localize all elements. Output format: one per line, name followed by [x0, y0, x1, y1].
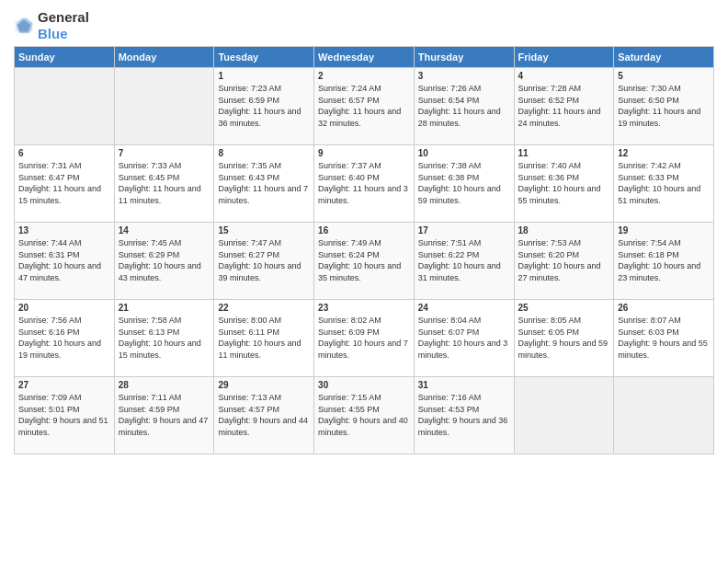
day-info: Sunrise: 7:49 AMSunset: 6:24 PMDaylight:… — [318, 238, 401, 282]
day-info: Sunrise: 7:28 AMSunset: 6:52 PMDaylight:… — [518, 84, 601, 128]
day-number: 4 — [518, 71, 610, 81]
calendar-cell-w2-d3: 9Sunrise: 7:37 AMSunset: 6:40 PMDaylight… — [314, 145, 415, 223]
day-info: Sunrise: 7:54 AMSunset: 6:18 PMDaylight:… — [618, 238, 700, 282]
calendar-cell-w2-d0: 6Sunrise: 7:31 AMSunset: 6:47 PMDaylight… — [15, 145, 115, 223]
calendar-cell-w5-d1: 28Sunrise: 7:11 AMSunset: 4:59 PMDayligh… — [114, 377, 214, 454]
calendar-cell-w2-d2: 8Sunrise: 7:35 AMSunset: 6:43 PMDaylight… — [214, 145, 314, 223]
calendar-cell-w3-d2: 15Sunrise: 7:47 AMSunset: 6:27 PMDayligh… — [214, 223, 314, 300]
header-row: General Blue — [14, 9, 714, 42]
day-number: 24 — [418, 303, 510, 313]
day-number: 27 — [18, 380, 110, 390]
day-number: 14 — [119, 225, 210, 236]
day-info: Sunrise: 7:24 AMSunset: 6:57 PMDaylight:… — [318, 84, 401, 128]
weekday-header-tuesday: Tuesday — [214, 47, 314, 68]
day-info: Sunrise: 8:04 AMSunset: 6:07 PMDaylight:… — [418, 316, 508, 360]
calendar-cell-w2-d1: 7Sunrise: 7:33 AMSunset: 6:45 PMDaylight… — [114, 145, 214, 223]
day-number: 2 — [318, 71, 410, 81]
calendar-week-1: 1Sunrise: 7:23 AMSunset: 6:59 PMDaylight… — [15, 68, 714, 145]
day-info: Sunrise: 7:58 AMSunset: 6:13 PMDaylight:… — [119, 316, 201, 360]
day-info: Sunrise: 8:00 AMSunset: 6:11 PMDaylight:… — [218, 316, 301, 360]
day-number: 22 — [218, 303, 310, 313]
day-number: 25 — [518, 303, 610, 313]
calendar-cell-w4-d3: 23Sunrise: 8:02 AMSunset: 6:09 PMDayligh… — [314, 300, 415, 377]
day-info: Sunrise: 7:56 AMSunset: 6:16 PMDaylight:… — [18, 316, 101, 360]
calendar-cell-w3-d4: 17Sunrise: 7:51 AMSunset: 6:22 PMDayligh… — [414, 223, 514, 300]
logo-general: General — [38, 9, 89, 25]
day-number: 7 — [119, 148, 210, 158]
day-number: 17 — [418, 225, 510, 236]
calendar-cell-w1-d2: 1Sunrise: 7:23 AMSunset: 6:59 PMDaylight… — [214, 68, 314, 145]
calendar-table: SundayMondayTuesdayWednesdayThursdayFrid… — [14, 46, 714, 454]
calendar-cell-w5-d0: 27Sunrise: 7:09 AMSunset: 5:01 PMDayligh… — [15, 377, 115, 454]
calendar-cell-w4-d5: 25Sunrise: 8:05 AMSunset: 6:05 PMDayligh… — [514, 300, 614, 377]
day-number: 20 — [18, 303, 110, 313]
logo-text: General Blue — [38, 9, 89, 42]
day-number: 30 — [318, 380, 410, 390]
calendar-cell-w1-d3: 2Sunrise: 7:24 AMSunset: 6:57 PMDaylight… — [314, 68, 415, 145]
day-number: 26 — [618, 303, 710, 313]
day-info: Sunrise: 7:16 AMSunset: 4:53 PMDaylight:… — [418, 393, 508, 437]
calendar-cell-w4-d1: 21Sunrise: 7:58 AMSunset: 6:13 PMDayligh… — [114, 300, 214, 377]
day-number: 31 — [418, 380, 510, 390]
day-info: Sunrise: 7:31 AMSunset: 6:47 PMDaylight:… — [18, 161, 101, 205]
day-info: Sunrise: 7:33 AMSunset: 6:45 PMDaylight:… — [119, 161, 201, 205]
calendar-cell-w5-d5 — [514, 377, 614, 454]
calendar-cell-w2-d6: 12Sunrise: 7:42 AMSunset: 6:33 PMDayligh… — [614, 145, 714, 223]
calendar-cell-w4-d4: 24Sunrise: 8:04 AMSunset: 6:07 PMDayligh… — [414, 300, 514, 377]
calendar-cell-w1-d5: 4Sunrise: 7:28 AMSunset: 6:52 PMDaylight… — [514, 68, 614, 145]
day-number: 3 — [418, 71, 510, 81]
day-number: 18 — [518, 225, 610, 236]
calendar-cell-w4-d0: 20Sunrise: 7:56 AMSunset: 6:16 PMDayligh… — [15, 300, 115, 377]
day-info: Sunrise: 7:09 AMSunset: 5:01 PMDaylight:… — [18, 393, 108, 437]
day-number: 29 — [218, 380, 310, 390]
day-number: 10 — [418, 148, 510, 158]
day-number: 23 — [318, 303, 410, 313]
calendar-cell-w3-d3: 16Sunrise: 7:49 AMSunset: 6:24 PMDayligh… — [314, 223, 415, 300]
day-number: 1 — [218, 71, 310, 81]
day-info: Sunrise: 7:11 AMSunset: 4:59 PMDaylight:… — [119, 393, 209, 437]
calendar-cell-w5-d6 — [614, 377, 714, 454]
day-info: Sunrise: 7:53 AMSunset: 6:20 PMDaylight:… — [518, 238, 601, 282]
day-info: Sunrise: 7:37 AMSunset: 6:40 PMDaylight:… — [318, 161, 408, 205]
calendar-cell-w1-d4: 3Sunrise: 7:26 AMSunset: 6:54 PMDaylight… — [414, 68, 514, 145]
calendar-cell-w2-d5: 11Sunrise: 7:40 AMSunset: 6:36 PMDayligh… — [514, 145, 614, 223]
weekday-header-saturday: Saturday — [614, 47, 714, 68]
calendar-cell-w3-d0: 13Sunrise: 7:44 AMSunset: 6:31 PMDayligh… — [15, 223, 115, 300]
weekday-header-friday: Friday — [514, 47, 614, 68]
logo-blue: Blue — [38, 26, 68, 41]
day-number: 19 — [618, 225, 710, 236]
calendar-cell-w3-d5: 18Sunrise: 7:53 AMSunset: 6:20 PMDayligh… — [514, 223, 614, 300]
day-number: 8 — [218, 148, 310, 158]
day-info: Sunrise: 7:42 AMSunset: 6:33 PMDaylight:… — [618, 161, 700, 205]
day-number: 6 — [18, 148, 110, 158]
calendar-cell-w2-d4: 10Sunrise: 7:38 AMSunset: 6:38 PMDayligh… — [414, 145, 514, 223]
day-info: Sunrise: 7:26 AMSunset: 6:54 PMDaylight:… — [418, 84, 501, 128]
weekday-header-sunday: Sunday — [15, 47, 115, 68]
day-info: Sunrise: 7:13 AMSunset: 4:57 PMDaylight:… — [218, 393, 308, 437]
day-number: 16 — [318, 225, 410, 236]
day-info: Sunrise: 7:51 AMSunset: 6:22 PMDaylight:… — [418, 238, 501, 282]
weekday-header-monday: Monday — [114, 47, 214, 68]
day-number: 9 — [318, 148, 410, 158]
logo: General Blue — [14, 9, 89, 42]
calendar-cell-w5-d3: 30Sunrise: 7:15 AMSunset: 4:55 PMDayligh… — [314, 377, 415, 454]
calendar-cell-w5-d2: 29Sunrise: 7:13 AMSunset: 4:57 PMDayligh… — [214, 377, 314, 454]
weekday-header-row: SundayMondayTuesdayWednesdayThursdayFrid… — [15, 47, 714, 68]
calendar-cell-w3-d1: 14Sunrise: 7:45 AMSunset: 6:29 PMDayligh… — [114, 223, 214, 300]
weekday-header-thursday: Thursday — [414, 47, 514, 68]
calendar-cell-w5-d4: 31Sunrise: 7:16 AMSunset: 4:53 PMDayligh… — [414, 377, 514, 454]
calendar-week-2: 6Sunrise: 7:31 AMSunset: 6:47 PMDaylight… — [15, 145, 714, 223]
calendar-cell-w1-d1 — [114, 68, 214, 145]
day-info: Sunrise: 7:23 AMSunset: 6:59 PMDaylight:… — [218, 84, 301, 128]
day-number: 11 — [518, 148, 610, 158]
day-number: 28 — [119, 380, 210, 390]
day-info: Sunrise: 8:07 AMSunset: 6:03 PMDaylight:… — [618, 316, 708, 360]
day-number: 12 — [618, 148, 710, 158]
day-info: Sunrise: 8:05 AMSunset: 6:05 PMDaylight:… — [518, 316, 609, 360]
day-info: Sunrise: 7:30 AMSunset: 6:50 PMDaylight:… — [618, 84, 700, 128]
calendar-cell-w1-d6: 5Sunrise: 7:30 AMSunset: 6:50 PMDaylight… — [614, 68, 714, 145]
calendar-week-4: 20Sunrise: 7:56 AMSunset: 6:16 PMDayligh… — [15, 300, 714, 377]
day-info: Sunrise: 7:45 AMSunset: 6:29 PMDaylight:… — [119, 238, 201, 282]
calendar-week-3: 13Sunrise: 7:44 AMSunset: 6:31 PMDayligh… — [15, 223, 714, 300]
day-info: Sunrise: 7:35 AMSunset: 6:43 PMDaylight:… — [218, 161, 308, 205]
